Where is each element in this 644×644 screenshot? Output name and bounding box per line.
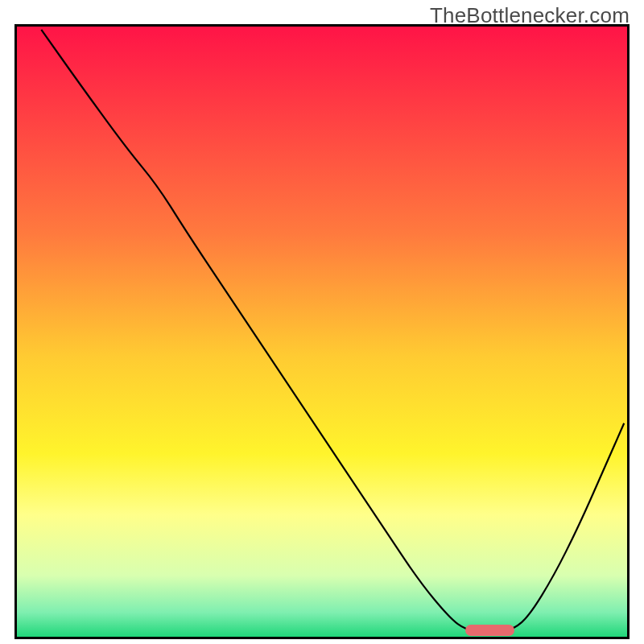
watermark-label: TheBottlenecker.com <box>430 3 630 28</box>
plot-svg <box>17 27 627 637</box>
chart-inner <box>17 27 627 637</box>
optimal-range-marker <box>465 625 514 636</box>
chart-container: TheBottlenecker.com <box>0 0 644 644</box>
chart-frame <box>14 24 630 639</box>
gradient-background <box>17 27 627 637</box>
